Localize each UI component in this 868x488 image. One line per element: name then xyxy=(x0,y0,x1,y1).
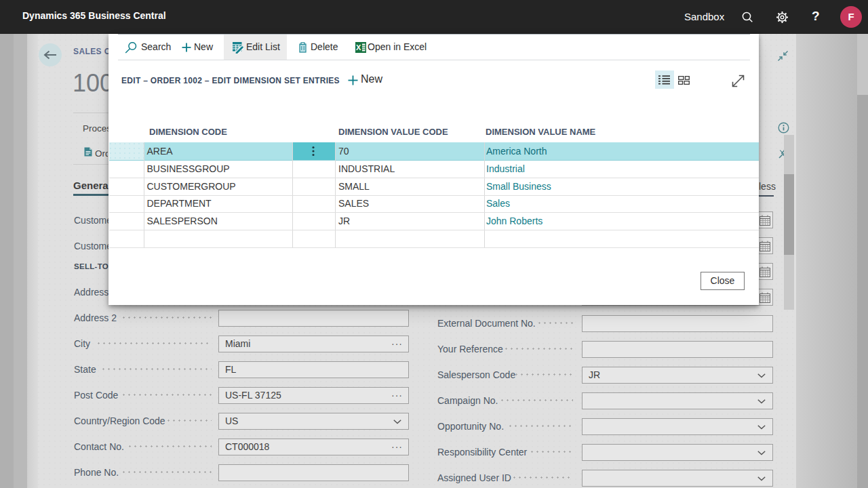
svg-text:X: X xyxy=(356,43,361,52)
